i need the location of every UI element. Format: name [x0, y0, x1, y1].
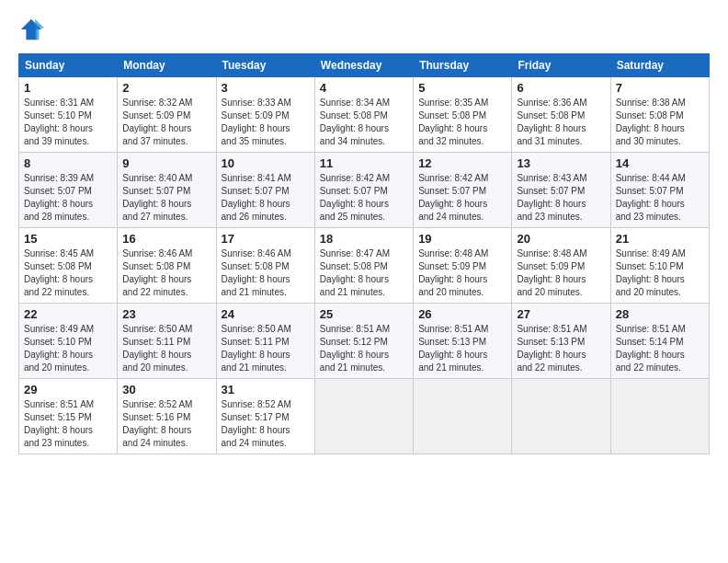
days-of-week-header: SundayMondayTuesdayWednesdayThursdayFrid… [19, 54, 710, 77]
day-info: Sunrise: 8:51 AMSunset: 5:13 PMDaylight:… [418, 323, 506, 374]
day-info: Sunrise: 8:47 AMSunset: 5:08 PMDaylight:… [320, 247, 408, 299]
day-number: 22 [24, 307, 112, 321]
calendar-day-cell: 3Sunrise: 8:33 AMSunset: 5:09 PMDaylight… [216, 77, 314, 153]
calendar-empty-cell [610, 379, 709, 454]
logo-icon [18, 17, 44, 42]
day-number: 20 [517, 232, 605, 246]
day-number: 4 [320, 81, 408, 95]
day-info: Sunrise: 8:50 AMSunset: 5:11 PMDaylight:… [122, 323, 210, 374]
day-number: 30 [122, 383, 210, 396]
day-info: Sunrise: 8:32 AMSunset: 5:09 PMDaylight:… [122, 97, 210, 148]
day-info: Sunrise: 8:34 AMSunset: 5:08 PMDaylight:… [320, 97, 408, 148]
day-number: 2 [122, 81, 210, 95]
day-number: 18 [320, 232, 408, 246]
calendar-day-cell: 30Sunrise: 8:52 AMSunset: 5:16 PMDayligh… [118, 379, 216, 454]
day-info: Sunrise: 8:45 AMSunset: 5:08 PMDaylight:… [24, 247, 112, 299]
day-of-week-header: Saturday [610, 54, 709, 77]
day-info: Sunrise: 8:51 AMSunset: 5:14 PMDaylight:… [616, 323, 704, 374]
day-number: 16 [122, 232, 210, 246]
calendar-day-cell: 17Sunrise: 8:46 AMSunset: 5:08 PMDayligh… [216, 228, 314, 304]
calendar-day-cell: 22Sunrise: 8:49 AMSunset: 5:10 PMDayligh… [19, 304, 118, 379]
day-info: Sunrise: 8:41 AMSunset: 5:07 PMDaylight:… [222, 172, 310, 224]
day-number: 31 [222, 383, 310, 396]
day-info: Sunrise: 8:46 AMSunset: 5:08 PMDaylight:… [122, 247, 210, 299]
calendar-week-row: 8Sunrise: 8:39 AMSunset: 5:07 PMDaylight… [19, 153, 710, 228]
day-info: Sunrise: 8:51 AMSunset: 5:12 PMDaylight:… [320, 323, 408, 374]
calendar-day-cell: 20Sunrise: 8:48 AMSunset: 5:09 PMDayligh… [512, 228, 610, 304]
day-info: Sunrise: 8:51 AMSunset: 5:13 PMDaylight:… [517, 323, 605, 374]
calendar-day-cell: 29Sunrise: 8:51 AMSunset: 5:15 PMDayligh… [19, 379, 118, 454]
day-number: 12 [418, 156, 506, 170]
day-number: 9 [122, 156, 210, 170]
day-number: 24 [222, 307, 310, 321]
calendar-day-cell: 4Sunrise: 8:34 AMSunset: 5:08 PMDaylight… [314, 77, 413, 153]
day-number: 21 [616, 232, 704, 246]
calendar-day-cell: 12Sunrise: 8:42 AMSunset: 5:07 PMDayligh… [414, 153, 512, 228]
day-info: Sunrise: 8:38 AMSunset: 5:08 PMDaylight:… [616, 97, 704, 148]
day-number: 28 [616, 307, 704, 321]
day-number: 5 [418, 81, 506, 95]
calendar-day-cell: 8Sunrise: 8:39 AMSunset: 5:07 PMDaylight… [19, 153, 118, 228]
calendar-empty-cell [314, 379, 413, 454]
day-number: 13 [517, 156, 605, 170]
day-info: Sunrise: 8:43 AMSunset: 5:07 PMDaylight:… [517, 172, 605, 224]
day-number: 19 [418, 232, 506, 246]
day-info: Sunrise: 8:42 AMSunset: 5:07 PMDaylight:… [320, 172, 408, 224]
day-number: 25 [320, 307, 408, 321]
day-info: Sunrise: 8:46 AMSunset: 5:08 PMDaylight:… [222, 247, 310, 299]
calendar-day-cell: 15Sunrise: 8:45 AMSunset: 5:08 PMDayligh… [19, 228, 118, 304]
day-info: Sunrise: 8:49 AMSunset: 5:10 PMDaylight:… [24, 323, 112, 374]
calendar-day-cell: 14Sunrise: 8:44 AMSunset: 5:07 PMDayligh… [610, 153, 709, 228]
calendar-empty-cell [414, 379, 512, 454]
day-number: 7 [616, 81, 704, 95]
day-number: 3 [222, 81, 310, 95]
day-info: Sunrise: 8:52 AMSunset: 5:17 PMDaylight:… [222, 398, 310, 450]
calendar-empty-cell [512, 379, 610, 454]
calendar-day-cell: 6Sunrise: 8:36 AMSunset: 5:08 PMDaylight… [512, 77, 610, 153]
day-info: Sunrise: 8:50 AMSunset: 5:11 PMDaylight:… [222, 323, 310, 374]
day-number: 26 [418, 307, 506, 321]
day-number: 15 [24, 232, 112, 246]
day-of-week-header: Monday [118, 54, 216, 77]
calendar-day-cell: 18Sunrise: 8:47 AMSunset: 5:08 PMDayligh… [314, 228, 413, 304]
day-info: Sunrise: 8:36 AMSunset: 5:08 PMDaylight:… [517, 97, 605, 148]
day-of-week-header: Thursday [414, 54, 512, 77]
day-info: Sunrise: 8:51 AMSunset: 5:15 PMDaylight:… [24, 398, 112, 450]
calendar-day-cell: 21Sunrise: 8:49 AMSunset: 5:10 PMDayligh… [610, 228, 709, 304]
day-of-week-header: Wednesday [314, 54, 413, 77]
calendar-day-cell: 7Sunrise: 8:38 AMSunset: 5:08 PMDaylight… [610, 77, 709, 153]
day-info: Sunrise: 8:39 AMSunset: 5:07 PMDaylight:… [24, 172, 112, 224]
page: SundayMondayTuesdayWednesdayThursdayFrid… [0, 0, 728, 464]
day-number: 8 [24, 156, 112, 170]
day-number: 27 [517, 307, 605, 321]
calendar-day-cell: 26Sunrise: 8:51 AMSunset: 5:13 PMDayligh… [414, 304, 512, 379]
day-info: Sunrise: 8:42 AMSunset: 5:07 PMDaylight:… [418, 172, 506, 224]
day-number: 1 [24, 81, 112, 95]
day-number: 23 [122, 307, 210, 321]
day-info: Sunrise: 8:48 AMSunset: 5:09 PMDaylight:… [418, 247, 506, 299]
calendar-day-cell: 2Sunrise: 8:32 AMSunset: 5:09 PMDaylight… [118, 77, 216, 153]
day-of-week-header: Sunday [19, 54, 118, 77]
calendar-day-cell: 31Sunrise: 8:52 AMSunset: 5:17 PMDayligh… [216, 379, 314, 454]
calendar-week-row: 15Sunrise: 8:45 AMSunset: 5:08 PMDayligh… [19, 228, 710, 304]
day-number: 10 [222, 156, 310, 170]
header [18, 17, 710, 42]
calendar-day-cell: 23Sunrise: 8:50 AMSunset: 5:11 PMDayligh… [118, 304, 216, 379]
calendar-day-cell: 10Sunrise: 8:41 AMSunset: 5:07 PMDayligh… [216, 153, 314, 228]
calendar-day-cell: 25Sunrise: 8:51 AMSunset: 5:12 PMDayligh… [314, 304, 413, 379]
calendar-week-row: 1Sunrise: 8:31 AMSunset: 5:10 PMDaylight… [19, 77, 710, 153]
day-info: Sunrise: 8:35 AMSunset: 5:08 PMDaylight:… [418, 97, 506, 148]
calendar-day-cell: 13Sunrise: 8:43 AMSunset: 5:07 PMDayligh… [512, 153, 610, 228]
calendar-day-cell: 24Sunrise: 8:50 AMSunset: 5:11 PMDayligh… [216, 304, 314, 379]
day-info: Sunrise: 8:40 AMSunset: 5:07 PMDaylight:… [122, 172, 210, 224]
calendar-day-cell: 11Sunrise: 8:42 AMSunset: 5:07 PMDayligh… [314, 153, 413, 228]
calendar-table: SundayMondayTuesdayWednesdayThursdayFrid… [18, 53, 710, 454]
day-info: Sunrise: 8:49 AMSunset: 5:10 PMDaylight:… [616, 247, 704, 299]
day-number: 11 [320, 156, 408, 170]
calendar-day-cell: 19Sunrise: 8:48 AMSunset: 5:09 PMDayligh… [414, 228, 512, 304]
calendar-week-row: 29Sunrise: 8:51 AMSunset: 5:15 PMDayligh… [19, 379, 710, 454]
calendar-day-cell: 5Sunrise: 8:35 AMSunset: 5:08 PMDaylight… [414, 77, 512, 153]
day-info: Sunrise: 8:48 AMSunset: 5:09 PMDaylight:… [517, 247, 605, 299]
calendar-week-row: 22Sunrise: 8:49 AMSunset: 5:10 PMDayligh… [19, 304, 710, 379]
calendar-day-cell: 27Sunrise: 8:51 AMSunset: 5:13 PMDayligh… [512, 304, 610, 379]
